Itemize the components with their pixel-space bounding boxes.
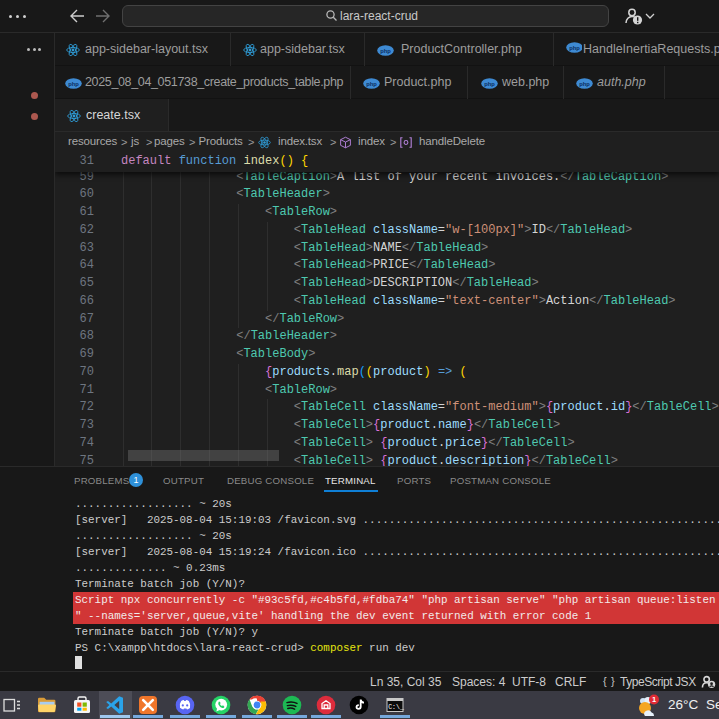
svg-text:C:\_: C:\_ xyxy=(388,704,404,711)
svg-text:1: 1 xyxy=(652,695,656,704)
